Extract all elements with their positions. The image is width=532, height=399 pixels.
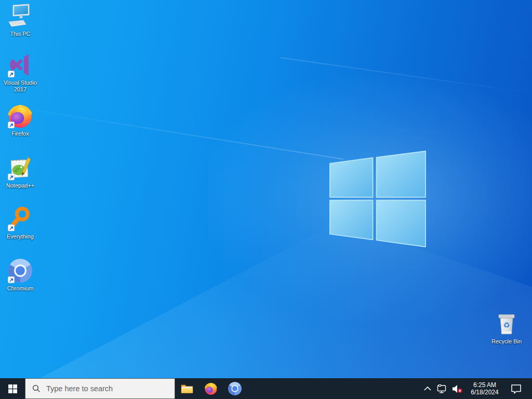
windows-logo-icon: [8, 384, 17, 393]
windows-logo: [326, 148, 429, 250]
svg-text:♻: ♻: [503, 321, 510, 330]
chromium-icon: [228, 381, 242, 396]
taskbar-file-explorer-button[interactable]: [175, 378, 199, 399]
chevron-up-icon: [423, 386, 432, 391]
action-center-icon: [511, 384, 522, 394]
volume-muted-icon: [451, 384, 462, 393]
desktop-icon-recycle-bin[interactable]: ♻ Recycle Bin: [486, 311, 527, 345]
shortcut-arrow-icon: [8, 122, 15, 128]
search-input[interactable]: [41, 384, 175, 393]
windows-desktop: This PC Visual Studio 2017: [0, 0, 532, 399]
taskbar-search-box[interactable]: [25, 378, 175, 399]
wallpaper: [0, 0, 532, 399]
search-icon: [32, 384, 41, 393]
taskbar-firefox-button[interactable]: [199, 378, 223, 399]
desktop-icon-notepad-plus-plus[interactable]: Notepad++: [0, 155, 41, 189]
file-explorer-icon: [180, 382, 194, 395]
desktop-icon-visual-studio[interactable]: Visual Studio 2017: [0, 52, 41, 93]
recycle-bin-icon: ♻: [494, 311, 520, 337]
icon-label: Chromium: [0, 285, 41, 292]
desktop-icon-firefox[interactable]: Firefox: [0, 103, 41, 137]
icon-label: Notepad++: [0, 182, 41, 189]
tray-time: 6:25 AM: [473, 381, 496, 389]
visual-studio-icon: [7, 52, 33, 78]
icon-label: Visual Studio 2017: [0, 79, 41, 93]
shortcut-arrow-icon: [8, 224, 15, 231]
taskbar-chromium-button[interactable]: [223, 378, 247, 399]
shortcut-arrow-icon: [8, 276, 15, 283]
action-center-button[interactable]: [505, 378, 527, 399]
network-tray-button[interactable]: [434, 378, 449, 399]
chromium-icon: [7, 258, 33, 284]
icon-label: Everything: [0, 233, 41, 240]
firefox-icon: [7, 103, 33, 129]
taskbar-clock[interactable]: 6:25 AM 6/18/2024: [464, 378, 505, 399]
taskbar: 6:25 AM 6/18/2024: [0, 378, 532, 399]
desktop-icon-this-pc[interactable]: This PC: [0, 3, 41, 37]
icon-label: Recycle Bin: [486, 338, 527, 345]
hidden-icons-chevron[interactable]: [421, 378, 434, 399]
tray-date: 6/18/2024: [471, 389, 498, 396]
everything-icon: [7, 206, 33, 232]
this-pc-icon: [7, 3, 33, 29]
icon-label: This PC: [0, 31, 41, 37]
notepad-plus-plus-icon: [7, 155, 33, 181]
desktop-icon-everything[interactable]: Everything: [0, 206, 41, 240]
shortcut-arrow-icon: [8, 174, 15, 180]
desktop-icon-chromium[interactable]: Chromium: [0, 258, 41, 292]
icon-label: Firefox: [0, 130, 41, 137]
volume-tray-button[interactable]: [449, 378, 464, 399]
start-button[interactable]: [0, 378, 25, 399]
system-tray: 6:25 AM 6/18/2024: [421, 378, 532, 399]
taskbar-empty-area: [247, 378, 421, 399]
shortcut-arrow-icon: [8, 71, 15, 77]
network-ethernet-icon: [436, 384, 447, 393]
firefox-icon: [204, 382, 218, 395]
